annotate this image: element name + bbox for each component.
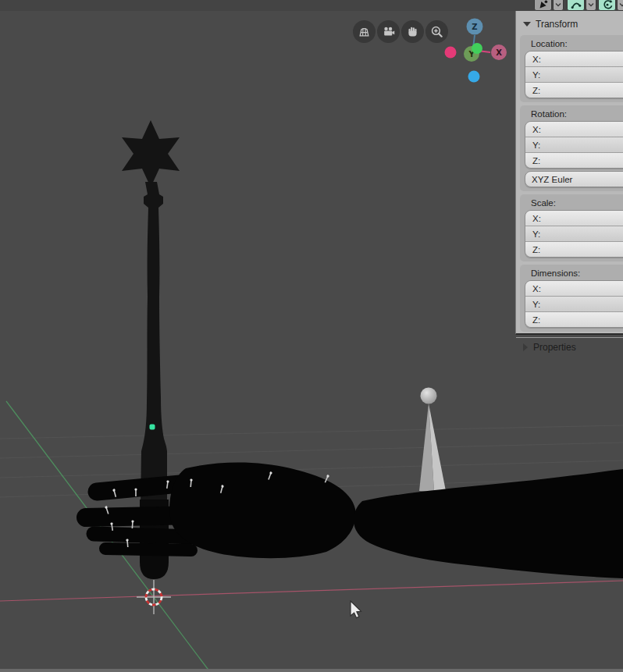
rotation-mode-value: XYZ Euler bbox=[532, 175, 572, 184]
pan-view-button[interactable] bbox=[401, 20, 424, 43]
rotation-y-label: Y: bbox=[532, 140, 540, 150]
dimensions-z-field[interactable]: Z: bbox=[525, 311, 623, 327]
rotation-x-label: X: bbox=[532, 125, 541, 134]
dimensions-z-label: Z: bbox=[532, 315, 540, 325]
editor-divider-strip[interactable] bbox=[0, 669, 623, 672]
camera-icon bbox=[382, 25, 395, 38]
rotation-label: Rotation: bbox=[522, 108, 623, 121]
z-axis-label: Z bbox=[472, 23, 477, 31]
neg-z-axis-handle[interactable] bbox=[468, 71, 480, 83]
scale-z-field[interactable]: Z: bbox=[525, 241, 623, 257]
hand-icon bbox=[406, 25, 419, 38]
sphere-marker[interactable] bbox=[421, 388, 437, 404]
scale-y-field[interactable]: Y: bbox=[525, 226, 623, 241]
location-x-label: X: bbox=[532, 55, 541, 64]
3d-cursor bbox=[137, 580, 171, 614]
snap-curve-icon[interactable] bbox=[567, 0, 585, 11]
scale-y-label: Y: bbox=[532, 229, 540, 239]
snap-toggle-button[interactable] bbox=[567, 0, 596, 11]
collapse-triangle-icon bbox=[523, 22, 531, 27]
axis-navigation-gizmo: Z Y X bbox=[439, 14, 511, 86]
rotation-mode-dropdown[interactable]: XYZ Euler bbox=[525, 171, 623, 187]
rotation-y-field[interactable]: Y: bbox=[525, 137, 623, 152]
manipulator-widget-icon[interactable] bbox=[534, 0, 552, 11]
forearm[interactable] bbox=[354, 469, 623, 578]
manipulator-toggle-button[interactable] bbox=[534, 0, 564, 11]
origin-point-dot bbox=[150, 425, 155, 430]
transform-panel: Transform Location: X: Y: Z:0. Rotation:… bbox=[515, 11, 623, 335]
scale-section: Scale: X: Y: Z: bbox=[520, 194, 623, 261]
orbit-dome-icon bbox=[358, 25, 371, 38]
location-x-field[interactable]: X: bbox=[525, 52, 623, 66]
rotation-section: Rotation: X: Y: Z: XYZ Euler bbox=[520, 105, 623, 191]
camera-view-button[interactable] bbox=[377, 20, 400, 43]
location-y-field[interactable]: Y: bbox=[525, 66, 623, 82]
scale-x-field[interactable]: X: bbox=[525, 211, 623, 226]
star-topper[interactable] bbox=[122, 120, 180, 187]
mouse-cursor-arrow bbox=[350, 600, 365, 620]
chevron-down-icon[interactable] bbox=[586, 0, 596, 11]
wand-shaft[interactable] bbox=[141, 182, 167, 506]
dimensions-y-label: Y: bbox=[532, 300, 540, 309]
location-y-label: Y: bbox=[532, 70, 540, 80]
dimensions-section: Dimensions: X: Y: Z: bbox=[520, 265, 623, 332]
dimensions-x-label: X: bbox=[532, 284, 541, 293]
transform-panel-header[interactable]: Transform bbox=[516, 16, 623, 33]
blender-3d-viewport: Z Y X bbox=[0, 0, 623, 672]
expand-triangle-icon bbox=[523, 343, 528, 351]
cone-with-sphere-marker[interactable] bbox=[419, 388, 446, 492]
z-axis-handle[interactable]: Z bbox=[467, 19, 483, 35]
dimensions-y-field[interactable]: Y: bbox=[525, 296, 623, 311]
dimensions-x-field[interactable]: X: bbox=[525, 281, 623, 296]
chevron-down-icon[interactable] bbox=[553, 0, 564, 11]
properties-panel-header[interactable]: Properties bbox=[516, 337, 623, 356]
panel-title: Transform bbox=[536, 19, 578, 30]
neg-x-axis-handle[interactable] bbox=[445, 47, 457, 59]
location-section: Location: X: Y: Z:0. bbox=[520, 35, 623, 102]
rotation-x-field[interactable]: X: bbox=[525, 122, 623, 137]
x-axis-handle[interactable]: X bbox=[491, 44, 507, 60]
properties-label: Properties bbox=[533, 342, 576, 353]
x-axis-label: X bbox=[496, 48, 502, 57]
grid-axis-x-pink bbox=[0, 581, 623, 601]
location-label: Location: bbox=[522, 37, 623, 51]
scale-z-label: Z: bbox=[532, 245, 540, 254]
scale-x-label: X: bbox=[532, 214, 541, 223]
dimensions-label: Dimensions: bbox=[522, 267, 623, 280]
chevron-down-icon[interactable] bbox=[617, 0, 623, 11]
scale-label: Scale: bbox=[522, 197, 623, 210]
rotation-z-field[interactable]: Z: bbox=[525, 152, 623, 168]
y-axis-ball[interactable] bbox=[472, 43, 482, 54]
rotation-z-label: Z: bbox=[532, 156, 540, 165]
orbit-dome-button[interactable] bbox=[353, 20, 376, 43]
finger-pinky[interactable] bbox=[105, 549, 191, 550]
rotate-snap-toggle-button[interactable] bbox=[598, 0, 623, 11]
location-z-label: Z: bbox=[532, 86, 540, 95]
location-z-field[interactable]: Z:0. bbox=[525, 82, 623, 98]
rotate-snap-icon[interactable] bbox=[598, 0, 616, 11]
